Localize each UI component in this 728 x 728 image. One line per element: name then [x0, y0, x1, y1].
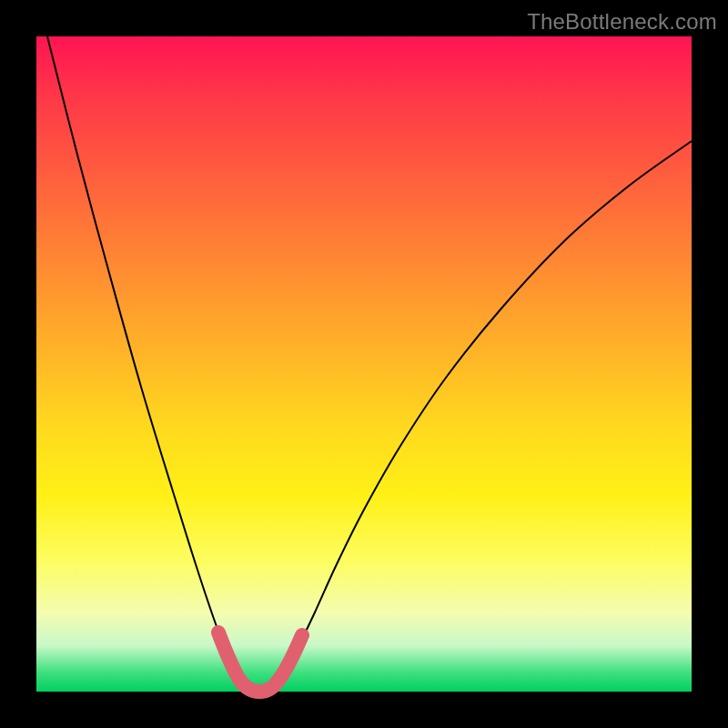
series-bottleneck-curve: [47, 36, 692, 692]
watermark-text: TheBottleneck.com: [527, 9, 717, 35]
chart-plot-area: [36, 36, 692, 692]
chart-svg: [36, 36, 692, 692]
series-highlight-trough: [218, 632, 302, 692]
